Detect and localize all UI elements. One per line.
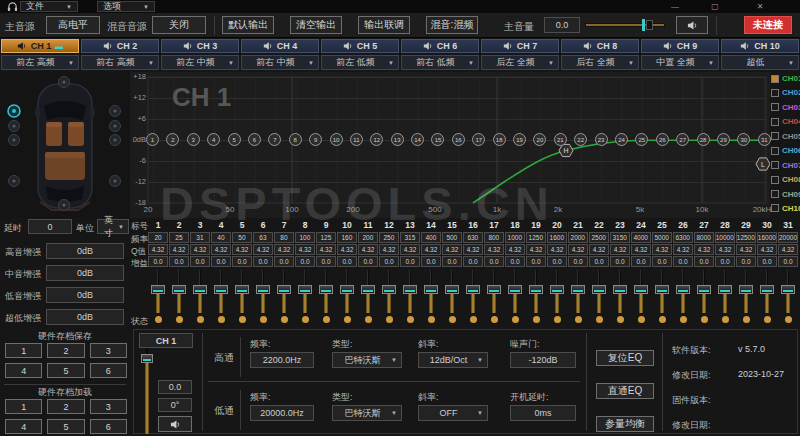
eq-band-marker[interactable]: 26 <box>656 133 669 146</box>
slider-handle[interactable] <box>445 285 459 294</box>
slider-handle[interactable] <box>676 285 690 294</box>
band-gain-slider[interactable] <box>253 269 273 315</box>
eq-band-marker[interactable]: 19 <box>513 133 526 146</box>
band-freq-input[interactable]: 200 <box>358 232 378 243</box>
band-freq-input[interactable]: 2000 <box>568 232 588 243</box>
band-gain-input[interactable]: 0.0 <box>400 256 420 267</box>
band-freq-input[interactable]: 315 <box>400 232 420 243</box>
channel-tab[interactable]: CH 2 <box>81 39 159 53</box>
slider-handle[interactable] <box>718 285 732 294</box>
band-gain-slider[interactable] <box>379 269 399 315</box>
band-gain-slider[interactable] <box>778 269 798 315</box>
eq-band-marker[interactable]: 10 <box>330 133 343 146</box>
archive-load-slot-button[interactable]: 6 <box>90 419 127 434</box>
slider-handle[interactable] <box>466 285 480 294</box>
band-status-led[interactable] <box>449 316 456 323</box>
eq-band-marker[interactable]: 3 <box>187 133 200 146</box>
band-q-input[interactable]: 4.32 <box>148 244 168 255</box>
band-gain-slider[interactable] <box>610 269 630 315</box>
band-q-input[interactable]: 4.32 <box>232 244 252 255</box>
channel-name-select[interactable]: 后左 全频 ▼ <box>481 55 559 70</box>
eq-band-marker[interactable]: 18 <box>493 133 506 146</box>
band-freq-input[interactable]: 3150 <box>610 232 630 243</box>
slider-handle[interactable] <box>172 285 186 294</box>
band-gain-input[interactable]: 0.0 <box>274 256 294 267</box>
band-freq-input[interactable]: 12500 <box>736 232 756 243</box>
eq-band-marker[interactable]: 29 <box>717 133 730 146</box>
lp-freq-input[interactable]: 20000.0Hz <box>250 405 314 421</box>
band-gain-input[interactable]: 0.0 <box>715 256 735 267</box>
band-q-input[interactable]: 4.32 <box>337 244 357 255</box>
band-status-led[interactable] <box>365 316 372 323</box>
slider-handle[interactable] <box>151 285 165 294</box>
band-status-led[interactable] <box>407 316 414 323</box>
band-freq-input[interactable]: 63 <box>253 232 273 243</box>
channel-name-select[interactable]: 中置 全频 ▼ <box>641 55 719 70</box>
band-q-input[interactable]: 4.32 <box>295 244 315 255</box>
archive-load-slot-button[interactable]: 4 <box>5 419 42 434</box>
legend-checkbox[interactable] <box>771 75 779 83</box>
band-freq-input[interactable]: 2500 <box>589 232 609 243</box>
band-freq-input[interactable]: 4000 <box>631 232 651 243</box>
band-freq-input[interactable]: 1250 <box>526 232 546 243</box>
source-level-button[interactable]: 高电平 <box>46 16 100 34</box>
band-gain-slider[interactable] <box>421 269 441 315</box>
channel-tab[interactable]: CH 9 <box>641 39 719 53</box>
band-gain-slider[interactable] <box>547 269 567 315</box>
channel-tab[interactable]: CH 7 <box>481 39 559 53</box>
eq-band-marker[interactable]: 24 <box>615 133 628 146</box>
band-gain-slider[interactable] <box>169 269 189 315</box>
slider-handle[interactable] <box>361 285 375 294</box>
band-freq-input[interactable]: 800 <box>484 232 504 243</box>
boost-value[interactable]: 0dB <box>46 265 124 281</box>
eq-band-marker[interactable]: 25 <box>635 133 648 146</box>
band-gain-input[interactable]: 0.0 <box>568 256 588 267</box>
slider-handle[interactable] <box>739 285 753 294</box>
band-status-led[interactable] <box>260 316 267 323</box>
slider-handle[interactable] <box>634 285 648 294</box>
eq-band-marker[interactable]: 2 <box>166 133 179 146</box>
band-q-input[interactable]: 4.32 <box>757 244 777 255</box>
band-status-led[interactable] <box>491 316 498 323</box>
eq-action-button[interactable]: 参量均衡 <box>596 416 654 432</box>
channel-tab[interactable]: CH 6 <box>401 39 479 53</box>
band-status-led[interactable] <box>197 316 204 323</box>
archive-save-slot-button[interactable]: 3 <box>90 343 127 358</box>
band-status-led[interactable] <box>470 316 477 323</box>
band-gain-input[interactable]: 0.0 <box>421 256 441 267</box>
band-status-led[interactable] <box>785 316 792 323</box>
band-gain-slider[interactable] <box>526 269 546 315</box>
band-gain-slider[interactable] <box>190 269 210 315</box>
band-gain-input[interactable]: 0.0 <box>631 256 651 267</box>
band-status-led[interactable] <box>575 316 582 323</box>
legend-checkbox[interactable] <box>771 118 779 126</box>
band-q-input[interactable]: 4.32 <box>463 244 483 255</box>
band-gain-slider[interactable] <box>715 269 735 315</box>
band-freq-input[interactable]: 400 <box>421 232 441 243</box>
delay-unit-select[interactable]: 英寸 ▼ <box>97 219 129 234</box>
band-q-input[interactable]: 4.32 <box>568 244 588 255</box>
band-gain-input[interactable]: 0.0 <box>526 256 546 267</box>
band-freq-input[interactable]: 20000 <box>778 232 798 243</box>
band-freq-input[interactable]: 10000 <box>715 232 735 243</box>
output-action-button[interactable]: 混音:混频 <box>426 16 478 34</box>
band-gain-slider[interactable] <box>442 269 462 315</box>
band-q-input[interactable]: 4.32 <box>379 244 399 255</box>
archive-save-slot-button[interactable]: 5 <box>47 363 84 378</box>
band-freq-input[interactable]: 8000 <box>694 232 714 243</box>
hp-slope-select[interactable]: 12dB/Oct ▼ <box>418 352 488 368</box>
noise-gate-value[interactable]: -120dB <box>510 352 576 368</box>
band-status-led[interactable] <box>323 316 330 323</box>
archive-save-slot-button[interactable]: 4 <box>5 363 42 378</box>
band-q-input[interactable]: 4.32 <box>631 244 651 255</box>
band-gain-input[interactable]: 0.0 <box>652 256 672 267</box>
master-volume-value[interactable]: 0.0 <box>544 17 580 33</box>
band-q-input[interactable]: 4.32 <box>190 244 210 255</box>
band-gain-slider[interactable] <box>694 269 714 315</box>
slider-handle[interactable] <box>613 285 627 294</box>
slider-handle[interactable] <box>193 285 207 294</box>
boost-value[interactable]: 0dB <box>46 243 124 259</box>
band-gain-input[interactable]: 0.0 <box>295 256 315 267</box>
band-q-input[interactable]: 4.32 <box>421 244 441 255</box>
slider-handle[interactable] <box>642 19 645 31</box>
